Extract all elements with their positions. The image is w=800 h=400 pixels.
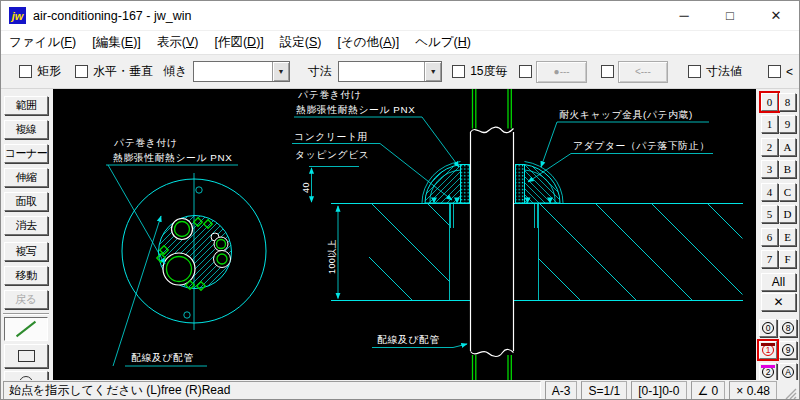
- menu-view[interactable]: 表示(V): [149, 32, 207, 53]
- layer-button-9[interactable]: 9: [779, 115, 796, 133]
- rect-mode-label: 矩形: [37, 63, 61, 80]
- chevron-down-icon[interactable]: ▼: [272, 62, 289, 81]
- edit-group-indicator: [761, 365, 775, 368]
- chevron-down-icon[interactable]: ▼: [424, 62, 441, 81]
- zoom-button[interactable]: × 0.48: [729, 381, 777, 400]
- hv-lock-checkbox[interactable]: [75, 65, 88, 78]
- paper-size-button[interactable]: A-3: [545, 381, 578, 400]
- layer-button-8[interactable]: 8: [779, 93, 796, 111]
- write-group-indicator: [761, 343, 775, 346]
- drawing-canvas[interactable]: パテ巻き付け 熱膨張性耐熱シール PNX 配線及び配管: [53, 89, 758, 380]
- layer-group-button-8[interactable]: 8: [779, 319, 797, 337]
- layer-group-button-2[interactable]: 2: [759, 363, 777, 380]
- layer-button-A[interactable]: A: [779, 138, 796, 156]
- corner-button[interactable]: コーナー: [4, 144, 48, 163]
- close-button[interactable]: ✕: [753, 1, 799, 30]
- layer-button-1[interactable]: 1: [761, 115, 778, 133]
- window-title: air-conditioning-167 - jw_win: [33, 9, 191, 23]
- cad-drawing: パテ巻き付け 熱膨張性耐熱シール PNX 配線及び配管: [53, 89, 758, 380]
- title-bar: jw air-conditioning-167 - jw_win ─ □ ✕: [1, 1, 799, 31]
- arrow-line-button[interactable]: <---: [618, 61, 668, 83]
- resize-grip[interactable]: [777, 381, 797, 400]
- layer-button-3[interactable]: 3: [761, 160, 778, 178]
- dot-line-button[interactable]: ●---: [536, 61, 586, 83]
- section-concrete-label-1: コンクリート用: [294, 131, 368, 142]
- lt-checkbox[interactable]: [768, 65, 781, 78]
- application-window: jw air-conditioning-167 - jw_win ─ □ ✕ フ…: [0, 0, 800, 400]
- menu-edit[interactable]: [編集(E)]: [84, 32, 149, 53]
- rectangle-icon: [18, 350, 35, 362]
- plan-view: パテ巻き付け 熱膨張性耐熱シール PNX 配線及び配管: [106, 137, 266, 366]
- layer-button-2[interactable]: 2: [761, 138, 778, 156]
- window-controls: ─ □ ✕: [661, 1, 799, 30]
- section-putty-label-2: 熱膨張性耐熱シール PNX: [296, 104, 415, 115]
- layer-state-button[interactable]: [0-1]0-0: [631, 381, 686, 400]
- dot-option-checkbox[interactable]: [519, 65, 532, 78]
- dim-value-checkbox[interactable]: [688, 65, 701, 78]
- extend-button[interactable]: 伸縮: [4, 168, 48, 187]
- layer-button-B[interactable]: B: [779, 160, 796, 178]
- hv-lock-label: 水平・垂直: [93, 63, 153, 80]
- undo-button: 戻る: [4, 290, 48, 309]
- plan-putty-label-2: 熱膨張性耐熱シール PNX: [113, 152, 232, 163]
- menu-bar: ファイル(F) [編集(E)] 表示(V) [作図(D)] 設定(S) [その他…: [1, 31, 799, 55]
- layer-button-7[interactable]: 7: [761, 250, 778, 268]
- x-cross-icon: ✕: [773, 295, 783, 309]
- dimension-value: [339, 62, 424, 81]
- layer-panel: 0 8 1 9 2 A 3 B 4 C 5 D 6 E 7 F All ✕ 0 …: [756, 89, 799, 380]
- move-button[interactable]: 移動: [4, 266, 48, 285]
- layer-button-C[interactable]: C: [779, 183, 796, 201]
- dimension-combobox[interactable]: ▼: [338, 61, 442, 82]
- layer-button-D[interactable]: D: [779, 205, 796, 223]
- erase-button[interactable]: 消去: [4, 216, 48, 235]
- menu-help[interactable]: ヘルプ(H): [407, 32, 479, 53]
- layers-all-button[interactable]: All: [761, 273, 796, 291]
- layers-clear-button[interactable]: ✕: [761, 293, 796, 311]
- minimize-button[interactable]: ─: [661, 1, 707, 30]
- layer-group-button-A[interactable]: A: [779, 363, 797, 380]
- left-tool-column: 範囲 複線 コーナー 伸縮 面取 消去 複写 移動 戻る: [1, 89, 53, 380]
- main-region: 範囲 複線 コーナー 伸縮 面取 消去 複写 移動 戻る: [1, 89, 799, 380]
- maximize-button[interactable]: □: [707, 1, 753, 30]
- angle-button[interactable]: ∠ 0: [691, 381, 726, 400]
- line-tool-button[interactable]: [4, 317, 48, 341]
- menu-settings[interactable]: 設定(S): [272, 32, 330, 53]
- menu-others[interactable]: [その他(A)]: [329, 32, 407, 53]
- resize-grip-icon: [783, 386, 797, 400]
- menu-file[interactable]: ファイル(F): [1, 32, 84, 53]
- layer-button-4[interactable]: 4: [761, 183, 778, 201]
- layer-button-F[interactable]: F: [779, 250, 796, 268]
- layer-button-5[interactable]: 5: [761, 205, 778, 223]
- layer-button-6[interactable]: 6: [761, 228, 778, 246]
- scale-button[interactable]: S=1/1: [581, 381, 627, 400]
- circle-tool-button[interactable]: [4, 371, 48, 380]
- layer-button-0[interactable]: 0: [761, 93, 778, 111]
- layer-button-E[interactable]: E: [779, 228, 796, 246]
- section-adapter-label: アダプター（パテ落下防止）: [573, 140, 710, 151]
- plan-pipes-label: 配線及び配管: [131, 352, 194, 363]
- layer-group-button-9[interactable]: 9: [779, 341, 797, 359]
- offset-button[interactable]: 複線: [4, 120, 48, 139]
- section-view: 40 100以上 パテ巻き付け 熱膨張性耐熱シール PNX コンクリート用 タッ…: [292, 89, 743, 380]
- layer-group-button-1[interactable]: 1: [759, 341, 777, 359]
- chamfer-button[interactable]: 面取: [4, 192, 48, 211]
- plan-putty-label-1: パテ巻き付け: [114, 137, 177, 148]
- section-concrete-label-2: タッピングビス: [295, 149, 369, 160]
- every-15deg-label: 15度毎: [470, 63, 507, 80]
- rect-tool-button[interactable]: [4, 344, 48, 368]
- menu-draw[interactable]: [作図(D)]: [206, 32, 271, 53]
- dimension-label: 寸法: [308, 63, 332, 80]
- every-15deg-checkbox[interactable]: [452, 65, 465, 78]
- rect-mode-checkbox[interactable]: [19, 65, 32, 78]
- dim-value-label: 寸法値: [706, 63, 742, 80]
- lt-label: <: [786, 65, 793, 79]
- range-select-button[interactable]: 範囲: [4, 96, 48, 115]
- slope-combobox[interactable]: ▼: [193, 61, 290, 82]
- slope-label: 傾き: [163, 63, 187, 80]
- slope-value: [194, 62, 272, 81]
- section-putty-label-1: パテ巻き付け: [298, 89, 361, 100]
- layer-group-button-0[interactable]: 0: [759, 319, 777, 337]
- arrow-option-checkbox[interactable]: [601, 65, 614, 78]
- section-pipes-label: 配線及び配管: [377, 334, 440, 345]
- copy-button[interactable]: 複写: [4, 242, 48, 261]
